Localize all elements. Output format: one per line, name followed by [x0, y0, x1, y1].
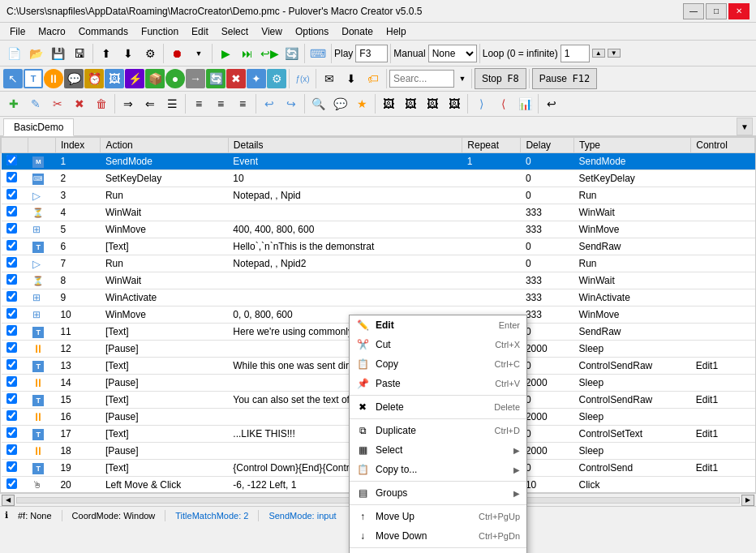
play-from-button[interactable]: ↩▶ [259, 43, 280, 64]
tb2-btn8[interactable]: 📦 [145, 69, 165, 88]
row-checkbox[interactable] [6, 427, 17, 438]
table-row[interactable]: M 1 SendMode Event 1 0 SendMode [2, 153, 755, 170]
row-checkbox[interactable] [6, 461, 17, 472]
menu-help[interactable]: Help [380, 24, 413, 39]
tb2-btn10[interactable]: → [186, 69, 205, 88]
row-checkbox[interactable] [6, 291, 17, 302]
context-menu-item[interactable]: ▦Select▶ [350, 440, 526, 460]
context-menu-item[interactable]: ✏️EditEnter [350, 315, 526, 335]
context-menu-item[interactable]: 📋Copy to...▶ [350, 460, 526, 479]
table-row[interactable]: ⏳ 8 WinWait 333 WinWait [2, 272, 755, 289]
tb3-align3[interactable]: ≡ [232, 93, 253, 114]
tb3-clear[interactable]: 🗑 [91, 93, 112, 114]
loop-down[interactable]: ▼ [608, 49, 621, 58]
menu-file[interactable]: File [3, 24, 32, 39]
tb2-btn12[interactable]: ✖ [226, 69, 246, 88]
context-menu-item[interactable]: 📌PasteCtrl+V [350, 374, 526, 393]
manual-select[interactable]: None [428, 45, 477, 62]
row-checkbox[interactable] [6, 359, 17, 370]
tab-scroll-arrow[interactable]: ▼ [737, 118, 753, 135]
save-button[interactable]: 💾 [47, 43, 68, 64]
export-button[interactable]: ⬇ [118, 43, 139, 64]
context-menu-item[interactable]: ✂️CutCtrl+X [350, 335, 526, 354]
settings-button[interactable]: ⚙ [140, 43, 161, 64]
row-checkbox[interactable] [6, 308, 17, 319]
row-checkbox[interactable] [6, 274, 17, 285]
context-menu-item[interactable]: ↩UndoCtrl+Z [350, 550, 526, 553]
row-checkbox[interactable] [6, 376, 17, 387]
scroll-right[interactable]: ▶ [741, 495, 754, 506]
tb3-align1[interactable]: ≡ [188, 93, 209, 114]
row-checkbox[interactable] [6, 257, 17, 268]
tb2-btn2[interactable]: T [24, 69, 43, 88]
menu-donate[interactable]: Donate [335, 24, 380, 39]
loop-input[interactable] [561, 45, 590, 62]
menu-commands[interactable]: Commands [72, 24, 135, 39]
context-menu-item[interactable]: ✖DeleteDelete [350, 397, 526, 417]
tb2-btn1[interactable]: ↖ [3, 69, 23, 88]
tb3-img3[interactable]: 🖼 [422, 93, 443, 114]
tb3-cut[interactable]: ✂ [47, 93, 68, 114]
tb3-redo[interactable]: ↪ [281, 93, 302, 114]
tb2-btn4[interactable]: 💬 [64, 69, 84, 88]
new-button[interactable]: 📄 [3, 43, 24, 64]
table-row[interactable]: ⏳ 4 WinWait 333 WinWait [2, 204, 755, 221]
menu-function[interactable]: Function [135, 24, 185, 39]
row-checkbox[interactable] [6, 189, 17, 199]
menu-select[interactable]: Select [215, 24, 255, 39]
table-row[interactable]: T 6 [Text] Hello`,`n`nThis is the demons… [2, 238, 755, 255]
row-checkbox[interactable] [6, 155, 17, 165]
search-dropdown[interactable]: ▼ [456, 68, 469, 89]
stop-button[interactable]: Stop F8 [475, 68, 526, 89]
row-checkbox[interactable] [6, 206, 17, 216]
tb2-tag-btn[interactable]: 🏷 [363, 68, 384, 89]
context-menu-item[interactable]: 📋CopyCtrl+C [350, 354, 526, 374]
tb3-align2[interactable]: ≡ [210, 93, 231, 114]
tb2-btn3[interactable]: ⏸ [44, 69, 63, 88]
tb2-email-btn[interactable]: ✉ [319, 68, 340, 89]
import-button[interactable]: ⬆ [96, 43, 117, 64]
table-row[interactable]: ⌨ 2 SetKeyDelay 10 0 SetKeyDelay [2, 170, 755, 187]
tb3-back[interactable]: ↩ [541, 93, 562, 114]
table-row[interactable]: ▷ 3 Run Notepad, , Npid 0 Run [2, 187, 755, 204]
open-button[interactable]: 📂 [25, 43, 46, 64]
table-row[interactable]: ⊞ 5 WinMove 400, 400, 800, 600 333 WinMo… [2, 221, 755, 238]
tb3-chat[interactable]: 💬 [329, 93, 350, 114]
play-button[interactable]: ▶ [215, 43, 236, 64]
play-key-input[interactable] [355, 45, 388, 62]
tb3-indent[interactable]: ⇒ [118, 93, 139, 114]
tb2-btn5[interactable]: ⏰ [84, 69, 104, 88]
row-checkbox[interactable] [6, 342, 17, 353]
close-button[interactable]: ✕ [728, 3, 750, 19]
menu-edit[interactable]: Edit [185, 24, 215, 39]
context-menu-item[interactable]: ↑Move UpCtrl+PgUp [350, 507, 526, 526]
tb3-edit[interactable]: ✎ [25, 93, 46, 114]
tb2-btn9[interactable]: ● [165, 69, 185, 88]
tb2-down-btn[interactable]: ⬇ [341, 68, 362, 89]
row-checkbox[interactable] [6, 444, 17, 455]
tb3-script1[interactable]: ⟩ [470, 93, 492, 114]
search-input[interactable] [389, 70, 454, 88]
play-loop-button[interactable]: 🔄 [281, 43, 302, 64]
row-checkbox[interactable] [6, 410, 17, 421]
row-checkbox[interactable] [6, 172, 17, 182]
play-step-button[interactable]: ⏭ [237, 43, 258, 64]
tb2-btn6[interactable]: 🖼 [105, 69, 124, 88]
tb3-delete[interactable]: ✖ [69, 93, 90, 114]
tb3-img1[interactable]: 🖼 [378, 93, 399, 114]
tb3-zoom[interactable]: 🔍 [307, 93, 329, 114]
minimize-button[interactable]: — [683, 3, 704, 19]
record-button[interactable]: ⏺ [166, 43, 187, 64]
menu-macro[interactable]: Macro [32, 24, 71, 39]
titlematch-link[interactable]: TitleMatchMode: 2 [175, 511, 248, 521]
tab-basicdemo[interactable]: BasicDemo [3, 118, 74, 136]
row-checkbox[interactable] [6, 325, 17, 336]
tb2-btn13[interactable]: ✦ [247, 69, 266, 88]
context-menu-item[interactable]: ⧉DuplicateCtrl+D [350, 421, 526, 440]
tb3-unindent[interactable]: ⇐ [140, 93, 161, 114]
tb3-img2[interactable]: 🖼 [400, 93, 421, 114]
row-checkbox[interactable] [6, 393, 17, 404]
tb3-img4[interactable]: 🖼 [444, 93, 465, 114]
tb3-table[interactable]: 📊 [514, 93, 535, 114]
maximize-button[interactable]: □ [706, 3, 727, 19]
